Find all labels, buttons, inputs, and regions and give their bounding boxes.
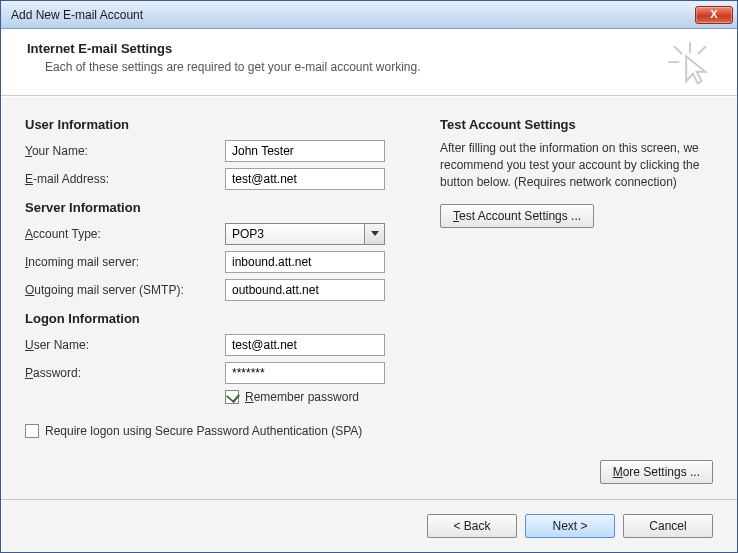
incoming-label: Incoming mail server: — [25, 255, 225, 269]
email-input[interactable] — [225, 168, 385, 190]
test-btn-rest: est Account Settings ... — [459, 209, 581, 223]
close-button[interactable]: X — [695, 6, 733, 24]
row-account-type: Account Type: POP3 — [25, 223, 410, 245]
username-input[interactable] — [225, 334, 385, 356]
spa-label: Require logon using Secure Password Auth… — [45, 424, 362, 438]
row-your-name: Your Name: — [25, 140, 410, 162]
incoming-input[interactable] — [225, 251, 385, 273]
dialog-window: Add New E-mail Account X Internet E-mail… — [0, 0, 738, 553]
email-label: E-mail Address: — [25, 172, 225, 186]
test-account-button[interactable]: Test Account Settings ... — [440, 204, 594, 228]
header-sub: Each of these settings are required to g… — [45, 60, 667, 74]
dropdown-arrow — [364, 224, 384, 244]
left-column: User Information Your Name: E-mail Addre… — [25, 117, 410, 489]
row-email: E-mail Address: — [25, 168, 410, 190]
svg-line-1 — [675, 47, 682, 54]
password-label: Password: — [25, 366, 225, 380]
account-type-select[interactable]: POP3 — [225, 223, 385, 245]
your-name-label: Your Name: — [25, 144, 225, 158]
chevron-down-icon — [371, 231, 379, 237]
password-input[interactable] — [225, 362, 385, 384]
close-icon: X — [710, 8, 717, 20]
outgoing-label: Outgoing mail server (SMTP): — [25, 283, 225, 297]
cancel-button[interactable]: Cancel — [623, 514, 713, 538]
window-title: Add New E-mail Account — [11, 8, 695, 22]
row-password: Password: — [25, 362, 410, 384]
your-name-input[interactable] — [225, 140, 385, 162]
server-info-heading: Server Information — [25, 200, 410, 215]
row-username: User Name: — [25, 334, 410, 356]
body: User Information Your Name: E-mail Addre… — [1, 96, 737, 499]
user-info-heading: User Information — [25, 117, 410, 132]
account-type-label: Account Type: — [25, 227, 225, 241]
remember-row: Remember password — [225, 390, 410, 404]
test-heading: Test Account Settings — [440, 117, 713, 132]
logon-info-heading: Logon Information — [25, 311, 410, 326]
back-button[interactable]: < Back — [427, 514, 517, 538]
test-description: After filling out the information on thi… — [440, 140, 713, 190]
titlebar: Add New E-mail Account X — [1, 1, 737, 29]
more-btn-rest: ore Settings ... — [623, 465, 700, 479]
username-label: User Name: — [25, 338, 225, 352]
header: Internet E-mail Settings Each of these s… — [1, 29, 737, 96]
row-incoming: Incoming mail server: — [25, 251, 410, 273]
next-button[interactable]: Next > — [525, 514, 615, 538]
spa-row: Require logon using Secure Password Auth… — [25, 424, 410, 438]
row-outgoing: Outgoing mail server (SMTP): — [25, 279, 410, 301]
account-type-value: POP3 — [232, 227, 264, 241]
remember-checkbox[interactable] — [225, 390, 239, 404]
remember-label: Remember password — [245, 390, 359, 404]
spa-checkbox[interactable] — [25, 424, 39, 438]
more-settings-button[interactable]: More Settings ... — [600, 460, 713, 484]
outgoing-input[interactable] — [225, 279, 385, 301]
header-text: Internet E-mail Settings Each of these s… — [27, 41, 667, 87]
cursor-icon — [667, 41, 713, 87]
footer: < Back Next > Cancel — [1, 499, 737, 552]
more-settings-wrap: More Settings ... — [600, 460, 713, 484]
header-heading: Internet E-mail Settings — [27, 41, 667, 56]
svg-line-2 — [699, 47, 706, 54]
right-column: Test Account Settings After filling out … — [440, 117, 713, 489]
